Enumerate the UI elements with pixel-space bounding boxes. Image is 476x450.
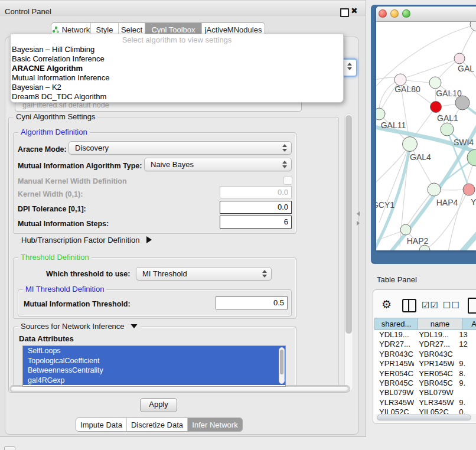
column-header[interactable]: A (462, 318, 476, 330)
mi-algorithm-type-combobox[interactable]: Naive Bayes (144, 158, 292, 171)
attribute-item-selected[interactable]: gal4RGexp (23, 376, 285, 386)
network-view-window: GALGAL80GAL10GAL1GAL11GAL4SWI4GCY1HAP4YH… (376, 6, 476, 250)
algorithm-option[interactable]: ARACNE Algorithm (11, 64, 343, 73)
minimize-traffic-light-icon[interactable] (390, 9, 399, 18)
control-panel-title: Control Panel (5, 7, 51, 16)
network-node-gal11[interactable] (376, 108, 385, 120)
which-threshold-combobox[interactable]: MI Threshold (136, 267, 272, 281)
network-node-hap2[interactable] (400, 224, 411, 235)
gear-icon[interactable]: ⚙ (382, 298, 392, 311)
table-row[interactable]: YER054CYER054C8. (374, 369, 476, 379)
algorithm-option[interactable]: Bayesian – Hill Climbing (11, 45, 343, 54)
mi-algorithm-type-value: Naive Bayes (151, 160, 194, 169)
table-doc-icon[interactable] (468, 298, 476, 314)
dock-grip-icon[interactable] (4, 446, 15, 450)
column-header[interactable]: shared... (374, 318, 418, 330)
split-divider-handle[interactable] (357, 211, 361, 227)
table-header: shared...nameA (374, 318, 476, 330)
dpi-tolerance-field[interactable]: 0.0 (220, 201, 292, 214)
mi-threshold-field[interactable]: 0.5 (216, 296, 288, 309)
attribute-item-selected[interactable]: BetweennessCentrality (23, 366, 285, 376)
deselect-all-icon[interactable]: ☐☐ (443, 300, 460, 311)
threshold-definition-title: Threshold Definition (18, 253, 92, 262)
network-node-y[interactable] (463, 184, 475, 195)
algorithm-definition-title: Algorithm Definition (18, 128, 90, 136)
network-node-gal1[interactable] (431, 102, 442, 113)
table-row[interactable]: YBR045CYBR045C9. (374, 379, 476, 388)
float-window-icon[interactable] (340, 8, 349, 17)
algorithm-option[interactable]: Mutual Information Inference (11, 73, 343, 83)
network-node-gal4[interactable] (403, 137, 418, 152)
list-scrollbar[interactable] (279, 347, 285, 384)
table-row[interactable]: YLR345WYLR345W9. (374, 398, 476, 407)
select-all-icon[interactable]: ☑☑ (422, 300, 439, 311)
network-edge-highlighted[interactable] (438, 226, 476, 250)
table-cell: YER054C (374, 369, 414, 379)
data-attributes-list[interactable]: SelfLoopsTopologicalCoefficientBetweenne… (22, 345, 286, 387)
tab-style-label: Style (96, 25, 113, 34)
network-edge-highlighted[interactable] (376, 112, 476, 250)
split-columns-icon[interactable] (402, 299, 416, 312)
close-traffic-light-icon[interactable] (379, 9, 387, 18)
table-cell: 9. (454, 379, 476, 388)
settings-scrollbar-thumb[interactable] (345, 115, 352, 334)
attribute-item-selected[interactable]: TopologicalCoefficient (23, 356, 285, 366)
network-node-gal[interactable] (454, 53, 465, 64)
tab-impute-data[interactable]: Impute Data (76, 418, 127, 431)
algorithm-option[interactable]: Dream8 DC_TDC Algorithm (11, 92, 343, 102)
list-scrollbar-thumb[interactable] (280, 350, 283, 374)
network-node-label: GAL1 (437, 113, 458, 123)
tab-jactivemnodules-label: jActiveMNodules (205, 25, 262, 34)
sources-title[interactable]: Sources for Network Inference (18, 322, 141, 331)
table-row[interactable]: YDL19...YDL19...13 (374, 330, 476, 340)
network-node-gal10[interactable] (429, 77, 441, 89)
network-node-label: HAP4 (436, 198, 458, 207)
settings-horizontal-thumb[interactable] (11, 386, 348, 392)
tab-discretize-data-label: Discretize Data (131, 420, 183, 429)
table-row[interactable]: YDR27...YDR27...12 (374, 340, 476, 349)
table-horizontal-thumb[interactable] (377, 415, 471, 420)
network-node-hap4[interactable] (428, 183, 441, 196)
apply-button[interactable]: Apply (140, 398, 177, 412)
table-cell: YBR043C (374, 350, 414, 359)
aracne-mode-combobox[interactable]: Discovery (69, 141, 292, 155)
algorithm-option[interactable]: Basic Correlation Inference (11, 54, 343, 64)
close-icon[interactable]: ✖ (351, 6, 358, 15)
table-cell (454, 388, 476, 397)
table-row[interactable]: YBL079WYBL079W (374, 388, 476, 397)
network-canvas[interactable]: GALGAL80GAL10GAL1GAL11GAL4SWI4GCY1HAP4YH… (376, 22, 476, 250)
hub-factor-expander[interactable]: Hub/Transcription Factor Definition (21, 236, 152, 244)
network-edge[interactable] (405, 58, 459, 78)
table-cell: YBL079W (374, 388, 414, 397)
table-cell: YPR145W (374, 359, 414, 369)
table-row[interactable]: YBR043CYBR043C (374, 350, 476, 359)
attribute-item-selected[interactable]: SelfLoops (23, 346, 285, 356)
network-window-titlebar[interactable] (376, 6, 476, 22)
tab-cyni-toolbox-label: Cyni Toolbox (151, 25, 195, 34)
network-node-gal80[interactable] (395, 74, 406, 86)
table-cell: 0. (454, 407, 476, 414)
aracne-mode-label: Aracne Mode: (18, 145, 67, 154)
network-node-label: GAL11 (381, 120, 406, 130)
network-node[interactable] (470, 22, 476, 31)
tab-discretize-data[interactable]: Discretize Data (127, 418, 188, 431)
column-header[interactable]: name (418, 318, 462, 330)
bottom-tabs: Impute Data Discretize Data Infer Networ… (76, 418, 243, 432)
table-row[interactable]: YIL052CYIL052C0. (374, 407, 476, 414)
mi-threshold-label: Mutual Information Threshold: (24, 300, 131, 308)
mi-steps-field[interactable]: 6 (220, 216, 292, 229)
expander-expanded-icon (131, 324, 138, 328)
tab-infer-network[interactable]: Infer Network (188, 418, 242, 431)
manual-kernel-checkbox[interactable] (283, 176, 292, 185)
zoom-traffic-light-icon[interactable] (402, 9, 410, 18)
table-cell: 8. (454, 369, 476, 379)
table-cell: YBR045C (414, 379, 454, 388)
kernel-width-field[interactable]: 0.0 (220, 186, 292, 198)
algorithm-option[interactable]: Bayesian – K2 (11, 83, 343, 92)
table-cell: YIL052C (374, 407, 414, 414)
network-node-swi4[interactable] (441, 123, 454, 136)
table-cell: YBR045C (374, 379, 414, 388)
aracne-mode-value: Discovery (75, 144, 109, 152)
network-node-label: GAL80 (395, 84, 420, 94)
table-row[interactable]: YPR145WYPR145W9. (374, 359, 476, 369)
